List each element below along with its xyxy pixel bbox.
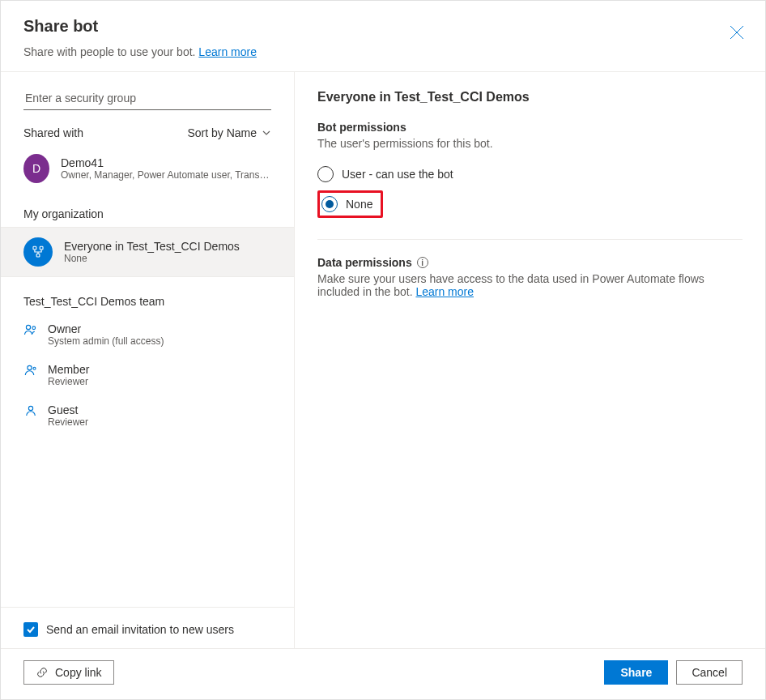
highlighted-selection: None	[317, 190, 383, 218]
close-button[interactable]	[730, 25, 744, 40]
copy-link-button[interactable]: Copy link	[23, 660, 114, 685]
right-column: Everyone in Test_Test_CCI Demos Bot perm…	[295, 72, 765, 648]
panel-footer: Copy link Share Cancel	[1, 648, 765, 699]
data-perms-learn-more-link[interactable]: Learn more	[415, 285, 474, 298]
radio-option-user[interactable]: User - can use the bot	[317, 161, 743, 187]
svg-point-5	[26, 325, 30, 329]
role-name: Member	[48, 363, 89, 376]
radio-icon-selected	[321, 196, 338, 212]
user-roles: Owner, Manager, Power Automate user, Tra…	[61, 169, 271, 181]
selection-heading: Everyone in Test_Test_CCI Demos	[317, 90, 743, 105]
svg-point-6	[32, 327, 36, 330]
cancel-button[interactable]: Cancel	[676, 660, 743, 685]
svg-rect-4	[36, 254, 40, 257]
user-avatar: D	[23, 154, 49, 183]
learn-more-link[interactable]: Learn more	[198, 45, 257, 58]
org-icon	[23, 237, 53, 267]
email-invite-checkbox[interactable]	[23, 622, 38, 637]
info-icon[interactable]: i	[417, 257, 428, 268]
bot-permissions-desc: The user's permissions for this bot.	[317, 137, 743, 150]
share-button[interactable]: Share	[604, 660, 668, 685]
chevron-down-icon	[262, 128, 271, 138]
svg-point-8	[33, 367, 36, 369]
link-icon	[36, 666, 49, 679]
role-desc: Reviewer	[48, 376, 89, 387]
share-bot-panel: Share bot Share with people to use your …	[0, 0, 766, 700]
org-everyone-item[interactable]: Everyone in Test_Test_CCI Demos None	[1, 227, 294, 277]
security-group-input[interactable]	[23, 87, 271, 110]
radio-icon	[317, 166, 334, 182]
role-guest[interactable]: Guest Reviewer	[1, 395, 294, 436]
shared-user-row[interactable]: D Demo41 Owner, Manager, Power Automate …	[1, 146, 294, 196]
role-member[interactable]: Member Reviewer	[1, 355, 294, 395]
org-section-title: My organization	[1, 196, 294, 227]
svg-point-7	[28, 365, 32, 369]
person-outline-icon	[23, 403, 38, 421]
sort-by-button[interactable]: Sort by Name	[187, 126, 271, 139]
user-name: Demo41	[61, 156, 271, 169]
radio-option-none[interactable]: None	[321, 194, 372, 214]
panel-subtitle: Share with people to use your bot. Learn…	[23, 45, 743, 58]
shared-with-label: Shared with	[23, 126, 83, 139]
panel-header: Share bot Share with people to use your …	[1, 1, 765, 71]
role-name: Guest	[48, 403, 88, 416]
svg-point-9	[28, 406, 32, 410]
email-invite-label: Send an email invitation to new users	[46, 623, 234, 636]
role-owner[interactable]: Owner System admin (full access)	[1, 314, 294, 355]
svg-rect-2	[33, 246, 36, 250]
data-permissions-title: Data permissions i	[317, 256, 743, 269]
people-icon	[23, 322, 38, 340]
email-invite-row[interactable]: Send an email invitation to new users	[1, 607, 294, 648]
divider	[317, 239, 743, 240]
org-item-perm: None	[64, 253, 240, 264]
bot-permissions-title: Bot permissions	[317, 121, 743, 134]
left-column: Shared with Sort by Name D Demo41 Owner,…	[1, 72, 295, 648]
person-icon	[23, 363, 38, 381]
data-permissions-desc: Make sure your users have access to the …	[317, 272, 743, 298]
panel-title: Share bot	[23, 17, 743, 36]
svg-rect-3	[40, 246, 43, 250]
org-item-name: Everyone in Test_Test_CCI Demos	[64, 240, 240, 253]
role-desc: System admin (full access)	[48, 335, 164, 347]
team-section-title: Test_Test_CCI Demos team	[1, 277, 294, 314]
role-desc: Reviewer	[48, 416, 88, 428]
role-name: Owner	[48, 322, 164, 335]
